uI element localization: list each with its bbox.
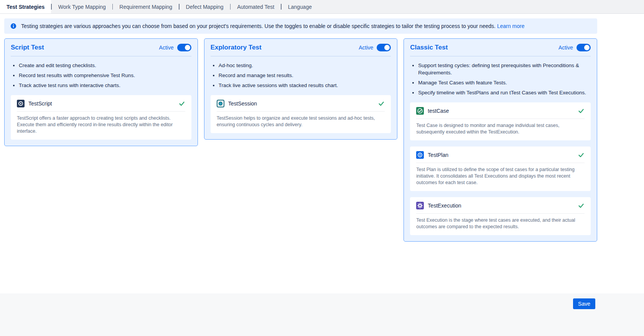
tab-defect-mapping[interactable]: Defect Mapping bbox=[180, 0, 230, 13]
enabled-check-icon bbox=[378, 100, 385, 107]
testsession-icon bbox=[217, 100, 224, 107]
testexecution-icon bbox=[416, 202, 424, 209]
active-label: Active bbox=[359, 44, 373, 51]
divider bbox=[416, 213, 585, 214]
feature-item: Support testing cycles: defining test pr… bbox=[418, 62, 591, 76]
toggle-knob bbox=[584, 45, 590, 50]
feature-item: Manage Test Cases with feature Tests. bbox=[418, 79, 591, 86]
feature-item: Ad-hoc testing. bbox=[219, 62, 391, 69]
module-description: Test Execution is the stage where test c… bbox=[416, 217, 585, 230]
enabled-check-icon bbox=[578, 107, 585, 114]
tab-requirement-mapping[interactable]: Requirement Mapping bbox=[113, 0, 179, 13]
module-description: Test Plan is utilized to define the scop… bbox=[416, 166, 585, 186]
module-name: TestExecution bbox=[428, 203, 461, 209]
active-label: Active bbox=[159, 44, 174, 51]
module-name: TestSession bbox=[228, 100, 257, 107]
module-description: TestScript offers a faster approach to c… bbox=[17, 115, 185, 135]
divider bbox=[11, 56, 191, 56]
module-testplan[interactable]: TestPlan Test Plan is utilized to define… bbox=[410, 147, 591, 191]
test-strategies-panel: Testing strategies are various approache… bbox=[0, 14, 644, 293]
tab-language[interactable]: Language bbox=[282, 0, 318, 13]
classic-test-active-toggle[interactable] bbox=[576, 44, 591, 51]
script-test-active-toggle[interactable] bbox=[177, 44, 191, 51]
feature-list: Create and edit testing checklists. Reco… bbox=[11, 62, 191, 89]
module-name: TestPlan bbox=[428, 152, 448, 158]
card-title: Classic Test bbox=[410, 44, 448, 51]
module-name: testCase bbox=[428, 108, 449, 114]
save-button[interactable]: Save bbox=[573, 298, 595, 309]
divider bbox=[211, 56, 391, 56]
testcase-icon bbox=[416, 107, 424, 115]
info-icon bbox=[10, 23, 16, 29]
strategy-card-classic-test: Classic Test Active Support testing cycl… bbox=[404, 38, 597, 242]
enabled-check-icon bbox=[578, 202, 585, 209]
feature-item: Specify timeline with TestPlans and run … bbox=[418, 89, 591, 96]
module-header: TestSession bbox=[217, 100, 385, 107]
module-testcase[interactable]: testCase Test Case is designed to monito… bbox=[410, 102, 591, 140]
feature-item: Track active test runs with interactive … bbox=[19, 82, 191, 89]
enabled-check-icon bbox=[178, 100, 185, 107]
toggle-wrap: Active bbox=[359, 44, 391, 51]
tab-work-type-mapping[interactable]: Work Type Mapping bbox=[52, 0, 112, 13]
banner-message: Testing strategies are various approache… bbox=[21, 23, 496, 29]
tab-test-strategies[interactable]: Test Strategies bbox=[0, 0, 51, 13]
strategy-cards-row: Script Test Active Create and edit testi… bbox=[4, 38, 597, 242]
divider bbox=[410, 56, 591, 56]
module-header: testCase bbox=[416, 107, 585, 115]
toggle-knob bbox=[185, 45, 190, 50]
module-header: TestScript bbox=[17, 100, 185, 107]
feature-list: Support testing cycles: defining test pr… bbox=[410, 62, 591, 96]
divider bbox=[217, 111, 385, 112]
feature-item: Track live active sessions with stacked … bbox=[219, 82, 391, 89]
enabled-check-icon bbox=[578, 152, 585, 158]
testplan-icon bbox=[416, 151, 424, 159]
footer-bar: Save bbox=[0, 293, 644, 336]
card-title: Script Test bbox=[11, 44, 44, 51]
toggle-wrap: Active bbox=[558, 44, 591, 51]
card-title: Exploratory Test bbox=[211, 44, 262, 51]
learn-more-link[interactable]: Learn more bbox=[497, 23, 525, 29]
module-testexecution[interactable]: TestExecution Test Execution is the stag… bbox=[410, 197, 591, 235]
banner-text: Testing strategies are various approache… bbox=[21, 22, 525, 30]
feature-list: Ad-hoc testing. Record and manage test r… bbox=[211, 62, 391, 89]
settings-tabbar: Test Strategies Work Type Mapping Requir… bbox=[0, 0, 644, 14]
module-testsession[interactable]: TestSession TestSession helps to organiz… bbox=[211, 95, 391, 133]
card-header: Exploratory Test Active bbox=[211, 44, 391, 51]
card-header: Script Test Active bbox=[11, 44, 191, 51]
divider bbox=[416, 119, 585, 119]
feature-item: Record and manage test results. bbox=[219, 72, 391, 79]
divider bbox=[416, 163, 585, 163]
active-label: Active bbox=[558, 44, 573, 51]
info-banner: Testing strategies are various approache… bbox=[4, 18, 597, 34]
module-description: Test Case is designed to monitor and man… bbox=[416, 122, 585, 135]
module-description: TestSession helps to organize and execut… bbox=[217, 115, 385, 128]
tab-automated-test[interactable]: Automated Test bbox=[231, 0, 281, 13]
strategy-card-exploratory-test: Exploratory Test Active Ad-hoc testing. … bbox=[204, 38, 398, 140]
feature-item: Record test results with comprehensive T… bbox=[19, 72, 191, 79]
toggle-wrap: Active bbox=[159, 44, 191, 51]
divider bbox=[17, 111, 185, 112]
module-name: TestScript bbox=[28, 100, 52, 107]
exploratory-test-active-toggle[interactable] bbox=[377, 44, 391, 51]
testscript-icon bbox=[17, 100, 25, 107]
module-header: TestExecution bbox=[416, 202, 585, 209]
toggle-knob bbox=[384, 45, 390, 50]
card-header: Classic Test Active bbox=[410, 44, 591, 51]
strategy-card-script-test: Script Test Active Create and edit testi… bbox=[4, 38, 198, 146]
module-header: TestPlan bbox=[416, 151, 585, 159]
feature-item: Create and edit testing checklists. bbox=[19, 62, 191, 69]
module-testscript[interactable]: TestScript TestScript offers a faster ap… bbox=[11, 95, 191, 140]
